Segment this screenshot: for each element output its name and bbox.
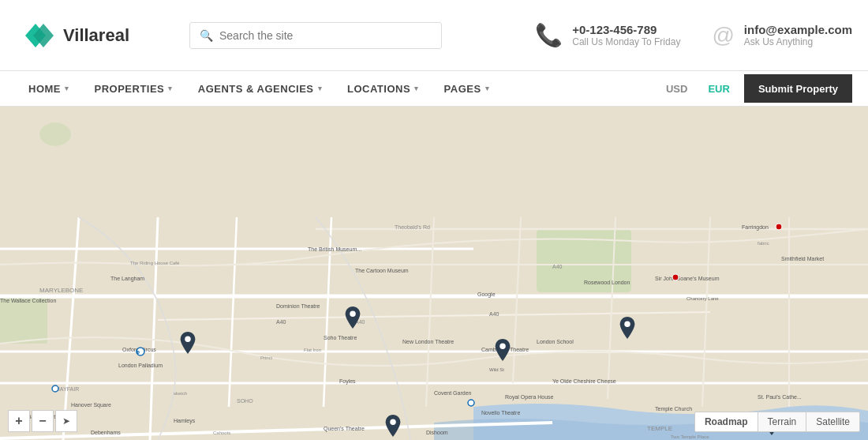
nav-item-pages[interactable]: PAGES ▾ bbox=[432, 71, 503, 107]
svg-text:Covent Garden: Covent Garden bbox=[434, 390, 472, 396]
svg-text:sketch: sketch bbox=[174, 391, 187, 396]
nav-item-properties[interactable]: PROPERTIES ▾ bbox=[82, 71, 185, 107]
phone-number: +0-123-456-789 bbox=[572, 23, 680, 36]
map-pin-1[interactable] bbox=[180, 332, 196, 354]
svg-text:Novello Theatre: Novello Theatre bbox=[481, 410, 520, 416]
svg-text:Sir John Soane's Museum: Sir John Soane's Museum bbox=[655, 276, 720, 281]
nav-label-properties: PROPERTIES bbox=[95, 83, 165, 95]
svg-text:fabric: fabric bbox=[758, 241, 769, 246]
svg-point-99 bbox=[185, 337, 190, 342]
search-box: 🔍 bbox=[189, 22, 442, 49]
logo-icon bbox=[16, 20, 55, 51]
svg-text:The Cartoon Museum: The Cartoon Museum bbox=[355, 268, 409, 273]
search-input[interactable] bbox=[219, 29, 432, 42]
svg-rect-4 bbox=[0, 296, 47, 344]
svg-text:SOHO: SOHO bbox=[237, 398, 253, 404]
zoom-in-button[interactable]: + bbox=[8, 410, 30, 432]
submit-property-button[interactable]: Submit Property bbox=[744, 74, 852, 103]
email-subtitle: Ask Us Anything bbox=[744, 36, 852, 47]
svg-text:Dishoom: Dishoom bbox=[426, 430, 448, 435]
svg-point-102 bbox=[499, 344, 505, 349]
svg-text:Queen's Theatre: Queen's Theatre bbox=[324, 426, 365, 432]
svg-text:A40: A40 bbox=[552, 264, 563, 269]
svg-text:The British Museum...: The British Museum... bbox=[308, 246, 361, 252]
nav-items: HOME ▾ PROPERTIES ▾ AGENTS & AGENCIES ▾ … bbox=[16, 71, 660, 107]
svg-text:Temple Church: Temple Church bbox=[655, 406, 692, 412]
svg-text:MARYLEBONE: MARYLEBONE bbox=[39, 287, 83, 294]
map-type-controls: Roadmap Terrain Satellite bbox=[694, 412, 860, 432]
map-type-satellite[interactable]: Satellite bbox=[806, 412, 859, 431]
svg-text:Foyles: Foyles bbox=[339, 378, 356, 385]
svg-text:Chancery Lane: Chancery Lane bbox=[687, 296, 719, 301]
svg-point-101 bbox=[390, 419, 395, 425]
currency-usd[interactable]: USD bbox=[660, 80, 694, 98]
svg-text:New London Theatre: New London Theatre bbox=[402, 339, 454, 344]
svg-text:Dominion Theatre: Dominion Theatre bbox=[276, 303, 320, 309]
nav-item-locations[interactable]: LOCATIONS ▾ bbox=[335, 71, 432, 107]
svg-text:A40: A40 bbox=[276, 319, 286, 325]
svg-text:⊕: ⊕ bbox=[136, 350, 140, 355]
svg-text:TEMPLE: TEMPLE bbox=[647, 425, 672, 432]
navbar: HOME ▾ PROPERTIES ▾ AGENTS & AGENCIES ▾ … bbox=[0, 71, 868, 107]
chevron-down-icon-locations: ▾ bbox=[414, 85, 419, 92]
svg-point-95 bbox=[672, 274, 679, 280]
email-text: info@example.com Ask Us Anything bbox=[744, 23, 852, 47]
svg-point-6 bbox=[39, 122, 71, 146]
chevron-down-icon-properties: ▾ bbox=[168, 85, 173, 92]
svg-text:Farringdon: Farringdon bbox=[742, 224, 769, 231]
map-container: MARYLEBONE A40 A40 Theobald's Rd MAYFAIR… bbox=[0, 107, 868, 440]
svg-text:Flat Iron: Flat Iron bbox=[304, 348, 321, 352]
svg-text:Ye Olde Cheshire Cheese: Ye Olde Cheshire Cheese bbox=[552, 378, 616, 384]
phone-text: +0-123-456-789 Call Us Monday To Friday bbox=[572, 23, 680, 47]
svg-text:Soho Theatre: Soho Theatre bbox=[324, 335, 357, 340]
chevron-down-icon-agents: ▾ bbox=[318, 85, 323, 92]
chevron-down-icon-pages: ▾ bbox=[485, 85, 490, 92]
svg-text:A40: A40 bbox=[489, 311, 499, 317]
svg-point-94 bbox=[468, 400, 474, 406]
search-icon: 🔍 bbox=[200, 29, 213, 42]
contact-area: 📞 +0-123-456-789 Call Us Monday To Frida… bbox=[535, 22, 852, 48]
zoom-out-button[interactable]: − bbox=[32, 410, 54, 432]
svg-text:London Palladium: London Palladium bbox=[118, 363, 163, 368]
nav-item-agents[interactable]: AGENTS & AGENCIES ▾ bbox=[185, 71, 335, 107]
phone-contact: 📞 +0-123-456-789 Call Us Monday To Frida… bbox=[535, 22, 680, 48]
svg-text:Royal Opera House: Royal Opera House bbox=[505, 394, 554, 401]
svg-text:Debenhams: Debenhams bbox=[91, 430, 121, 435]
svg-text:Theobald's Rd: Theobald's Rd bbox=[395, 224, 430, 230]
nav-right: USD EUR Submit Property bbox=[660, 74, 852, 103]
svg-text:Google: Google bbox=[477, 291, 496, 298]
svg-text:London School: London School bbox=[537, 339, 574, 344]
svg-point-100 bbox=[350, 311, 355, 317]
nav-label-agents: AGENTS & AGENCIES bbox=[198, 83, 314, 95]
svg-point-103 bbox=[624, 322, 630, 327]
search-area: 🔍 bbox=[189, 22, 442, 49]
chevron-down-icon-home: ▾ bbox=[65, 85, 69, 92]
email-contact: @ info@example.com Ask Us Anything bbox=[712, 23, 852, 48]
svg-point-93 bbox=[52, 385, 58, 392]
svg-text:Smithfield Market: Smithfield Market bbox=[781, 256, 824, 261]
header: Villareal 🔍 📞 +0-123-456-789 Call Us Mon… bbox=[0, 0, 868, 71]
svg-text:The Langham: The Langham bbox=[110, 276, 144, 282]
logo-area: Villareal bbox=[16, 20, 174, 51]
nav-label-locations: LOCATIONS bbox=[347, 83, 410, 95]
currency-eur[interactable]: EUR bbox=[702, 80, 735, 98]
map-pin-3[interactable] bbox=[385, 415, 401, 437]
svg-text:The Wallace Collection: The Wallace Collection bbox=[0, 298, 56, 303]
map-navigate-button[interactable]: ➤ bbox=[55, 410, 77, 432]
svg-text:Hanover Square: Hanover Square bbox=[71, 402, 111, 408]
phone-icon: 📞 bbox=[535, 22, 563, 48]
svg-text:Wild St: Wild St bbox=[489, 367, 504, 372]
map-pin-2[interactable] bbox=[345, 306, 361, 329]
map-type-terrain[interactable]: Terrain bbox=[758, 412, 807, 431]
map-background: MARYLEBONE A40 A40 Theobald's Rd MAYFAIR… bbox=[0, 107, 868, 440]
nav-item-home[interactable]: HOME ▾ bbox=[16, 71, 82, 107]
svg-text:The Riding House Café: The Riding House Café bbox=[130, 261, 180, 265]
svg-text:Hamleys: Hamleys bbox=[174, 418, 196, 424]
svg-text:Two Temple Place: Two Temple Place bbox=[671, 434, 709, 439]
logo-text: Villareal bbox=[63, 25, 129, 46]
map-type-roadmap[interactable]: Roadmap bbox=[695, 412, 758, 431]
map-pin-5[interactable] bbox=[619, 317, 635, 339]
map-pin-4[interactable] bbox=[495, 339, 511, 361]
map-controls: + − ➤ bbox=[8, 410, 77, 432]
phone-subtitle: Call Us Monday To Friday bbox=[572, 36, 680, 47]
